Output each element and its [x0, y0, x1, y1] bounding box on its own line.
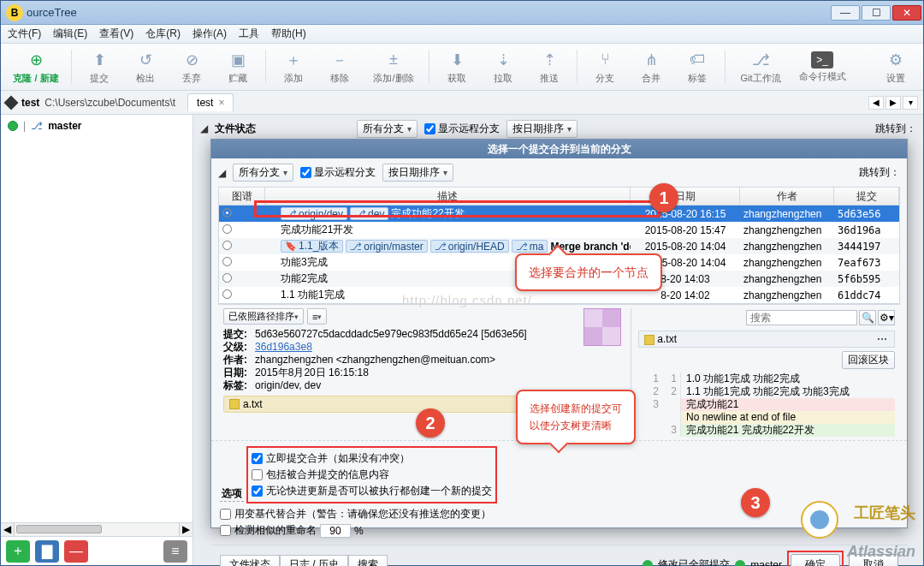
menu-help[interactable]: 帮助(H): [271, 27, 306, 41]
sidebar-branch[interactable]: | ⎇ master: [1, 115, 192, 137]
opt-rename[interactable]: [220, 525, 231, 536]
tool-merge[interactable]: ⋔合并: [629, 48, 673, 86]
sidebar-branch-label: master: [48, 120, 81, 132]
tag-icon: 🏷: [687, 50, 708, 70]
push-icon: ⇡: [539, 50, 560, 70]
minimize-button[interactable]: —: [831, 5, 860, 21]
tab-nav-left[interactable]: ◀: [868, 96, 884, 110]
menu-edit[interactable]: 编辑(E): [53, 27, 87, 41]
tab-menu[interactable]: ▾: [903, 96, 918, 110]
diff-search-input[interactable]: [746, 310, 857, 325]
diff-settings-button[interactable]: ⚙▾: [878, 310, 895, 325]
more-icon[interactable]: ⋯: [877, 333, 889, 345]
watermark-text: 工匠笔头: [854, 503, 915, 523]
opt-include-msg[interactable]: [252, 469, 263, 480]
search-button[interactable]: 🔍: [859, 310, 876, 325]
tool-tag[interactable]: 🏷标签: [675, 48, 720, 86]
opt-no-ff[interactable]: [252, 486, 263, 497]
footer-tab-filestatus[interactable]: 文件状态: [220, 555, 280, 566]
tool-pull[interactable]: ⇣拉取: [481, 48, 525, 86]
atlassian-label: Atlassian: [847, 543, 915, 561]
footer-branch: master: [750, 559, 782, 567]
footer-tab-log[interactable]: 日志 / 历史: [280, 555, 348, 566]
tool-checkout[interactable]: ↺检出: [123, 48, 168, 86]
filter-showremote[interactable]: 显示远程分支: [300, 165, 376, 180]
close-button[interactable]: ✕: [892, 5, 921, 21]
menu-view[interactable]: 查看(V): [99, 27, 133, 41]
rename-pct-input[interactable]: [320, 524, 351, 538]
pull-icon: ⇣: [493, 50, 513, 70]
menu-file[interactable]: 文件(F): [8, 27, 41, 41]
col-date[interactable]: 日期: [631, 188, 740, 205]
footer-tab-search[interactable]: 搜索: [348, 555, 388, 566]
list-settings-button[interactable]: ≡: [163, 540, 187, 563]
callout-2: 选择创建新的提交可以使分支树更清晰: [516, 390, 636, 444]
ref-tag: ⎇origin/dev: [281, 207, 347, 220]
status-text: 修改已全部提交: [658, 557, 730, 566]
tab-row: test C:\Users\zcube\Documents\t test × ◀…: [1, 91, 923, 115]
tab-close-icon[interactable]: ×: [218, 97, 224, 109]
col-graph[interactable]: 图谱: [219, 188, 265, 205]
opt-commit-now[interactable]: [252, 453, 263, 464]
menu-tool[interactable]: 工具: [239, 27, 259, 41]
ref-tag: ⎇ma: [512, 240, 548, 253]
branch-icon: ⎇: [31, 120, 43, 132]
menu-action[interactable]: 操作(A): [192, 27, 227, 41]
path-sort-dropdown[interactable]: 已依照路径排序: [223, 308, 304, 325]
delete-button[interactable]: —: [64, 540, 88, 563]
tool-settings[interactable]: ⚙设置: [874, 48, 918, 86]
badge-icon: B: [6, 4, 23, 21]
maximize-button[interactable]: ☐: [862, 5, 891, 21]
tool-gitflow[interactable]: ⎇Git工作流: [731, 48, 791, 86]
sidebar-scrollbar[interactable]: ◀ ▶: [1, 522, 192, 536]
dialog-footer: 文件状态 日志 / 历史 搜索 修改已全部提交 master 确定 取消: [211, 545, 907, 566]
tool-cmd[interactable]: >_命令行模式: [792, 50, 852, 85]
col-desc[interactable]: 描述: [265, 188, 631, 205]
opt-rebase[interactable]: [220, 509, 231, 520]
revert-hunk-button[interactable]: 回滚区块: [842, 351, 895, 369]
settings-icon: ⚙: [886, 50, 906, 70]
tool-branch[interactable]: ⑂分支: [583, 48, 627, 86]
discard-icon: ⊘: [181, 50, 202, 70]
view-mode-dropdown[interactable]: ≡: [307, 308, 327, 325]
commit-icon: ⬆: [89, 50, 110, 70]
table-row[interactable]: ⎇origin/dev ⎇dev 完成功能22开发 2015-08-20 16:…: [219, 206, 899, 222]
cmd-icon: >_: [811, 51, 833, 69]
parent-link[interactable]: 36d196a3e8: [255, 341, 312, 353]
filter-allbranch[interactable]: 所有分支: [233, 164, 293, 182]
col-author[interactable]: 作者: [740, 188, 834, 205]
tool-fetch[interactable]: ⬇获取: [435, 48, 479, 86]
table-row[interactable]: 完成功能21开发 2015-08-20 15:47zhangzhengzhen3…: [219, 222, 899, 238]
diff-file-header: a.txt ⋯: [638, 331, 895, 348]
branch-icon: ⑂: [595, 50, 615, 70]
under-datesort[interactable]: 按日期排序: [506, 120, 578, 138]
collapse-icon[interactable]: ◢: [200, 122, 208, 134]
tool-discard[interactable]: ⊘丢弃: [169, 48, 214, 86]
tool-addremove[interactable]: ±添加/删除: [364, 48, 424, 86]
tab-nav-right[interactable]: ▶: [886, 96, 901, 110]
tool-remove[interactable]: －移除: [317, 48, 362, 86]
tool-clone[interactable]: ⊕克隆 / 新建: [6, 48, 66, 86]
tool-commit[interactable]: ⬆提交: [77, 48, 121, 86]
badge-3: 3: [741, 488, 770, 517]
dialog-title: 选择一个提交合并到当前的分支: [211, 140, 907, 158]
col-commit[interactable]: 提交: [834, 188, 899, 205]
ref-tag: ⎇origin/master: [346, 240, 427, 253]
folder-button[interactable]: ▇: [35, 540, 59, 563]
tool-add[interactable]: ＋添加: [271, 48, 316, 86]
tool-stash[interactable]: ▣贮藏: [216, 48, 260, 86]
menubar: 文件(F) 编辑(E) 查看(V) 仓库(R) 操作(A) 工具 帮助(H): [1, 25, 923, 44]
toolbar: ⊕克隆 / 新建 ⬆提交 ↺检出 ⊘丢弃 ▣贮藏 ＋添加 －移除 ±添加/删除 …: [1, 44, 923, 91]
under-showremote[interactable]: 显示远程分支: [424, 122, 500, 136]
filter-datesort[interactable]: 按日期排序: [382, 164, 453, 182]
tab-test[interactable]: test ×: [187, 93, 234, 111]
tool-push[interactable]: ⇡推送: [527, 48, 572, 86]
ok-button[interactable]: 确定: [791, 554, 840, 566]
gitflow-icon: ⎇: [750, 50, 771, 70]
avatar-icon: [583, 308, 621, 346]
under-allbranch[interactable]: 所有分支: [357, 120, 418, 138]
menu-repo[interactable]: 仓库(R): [145, 27, 181, 41]
watermark-logo-icon: [801, 501, 838, 539]
file-icon: [229, 399, 240, 409]
add-repo-button[interactable]: ＋: [6, 540, 30, 563]
